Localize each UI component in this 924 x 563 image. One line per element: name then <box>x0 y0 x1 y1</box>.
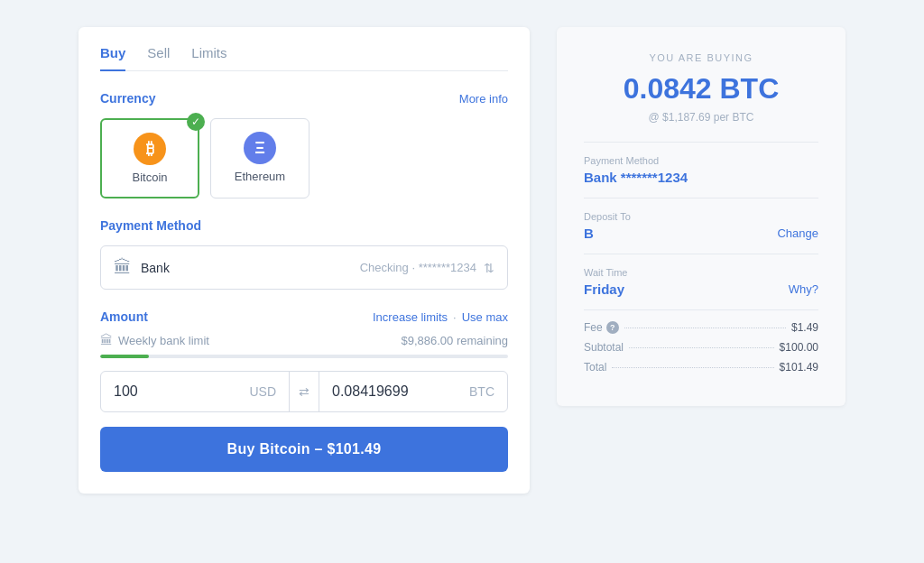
amount-links: Increase limits · Use max <box>373 310 508 324</box>
summary-rate: @ $1,187.69 per BTC <box>584 111 818 124</box>
usd-input[interactable] <box>114 383 186 400</box>
eth-icon: Ξ <box>244 132 276 164</box>
buy-button[interactable]: Buy Bitcoin – $101.49 <box>100 427 508 472</box>
progress-fill <box>100 355 149 358</box>
payment-method-label: Payment Method <box>584 155 818 166</box>
payment-right: Checking · *******1234 ⇅ <box>360 261 494 275</box>
total-amount: $101.49 <box>780 361 818 374</box>
bank-label: Bank <box>141 261 170 275</box>
total-label: Total <box>584 361 606 374</box>
increase-limits-link[interactable]: Increase limits <box>373 310 448 324</box>
swap-icon[interactable]: ⇄ <box>289 372 319 411</box>
btc-input[interactable] <box>332 383 431 400</box>
right-panel: YOU ARE BUYING 0.0842 BTC @ $1,187.69 pe… <box>557 27 845 406</box>
btc-input-wrapper: BTC <box>319 373 507 411</box>
checking-text: Checking · *******1234 <box>360 261 476 274</box>
bank-icon: 🏛 <box>114 257 132 278</box>
fee-amount: $1.49 <box>791 321 818 334</box>
tab-buy[interactable]: Buy <box>100 45 125 71</box>
subtotal-amount: $100.00 <box>780 341 818 354</box>
payment-section-header: Payment Method <box>100 218 508 233</box>
wait-time-row: Wait Time Friday Why? <box>584 267 818 297</box>
currency-title: Currency <box>100 91 155 106</box>
limit-row: 🏛 Weekly bank limit $9,886.00 remaining <box>100 333 508 347</box>
summary-divider-2 <box>584 198 818 198</box>
change-link[interactable]: Change <box>777 226 818 240</box>
payment-left: 🏛 Bank <box>114 257 170 278</box>
outer-container: Buy Sell Limits Currency More info ✓ ₿ B… <box>0 0 924 563</box>
left-panel: Buy Sell Limits Currency More info ✓ ₿ B… <box>79 27 530 494</box>
btc-name: Bitcoin <box>132 171 167 184</box>
deposit-to-label: Deposit To <box>584 211 818 222</box>
fee-section: Fee ? $1.49 Subtotal $100.00 Total $101.… <box>584 309 818 374</box>
fee-row: Fee ? $1.49 <box>584 321 818 334</box>
currency-cards: ✓ ₿ Bitcoin Ξ Ethereum <box>100 118 508 198</box>
btc-icon: ₿ <box>134 133 166 165</box>
deposit-to-row: Deposit To B Change <box>584 211 818 241</box>
payment-select[interactable]: 🏛 Bank Checking · *******1234 ⇅ <box>100 245 508 290</box>
usd-input-wrapper: USD <box>101 373 289 411</box>
fee-label-wrapper: Fee ? <box>584 321 619 334</box>
dot-separator: · <box>453 310 457 324</box>
limit-bank-icon: 🏛 <box>100 333 113 347</box>
you-buying-label: YOU ARE BUYING <box>584 52 818 63</box>
progress-bar <box>100 355 508 358</box>
wait-time-text: Friday <box>584 282 624 297</box>
subtotal-label: Subtotal <box>584 341 624 354</box>
tab-sell[interactable]: Sell <box>147 45 170 71</box>
payment-title: Payment Method <box>100 218 201 233</box>
amount-header: Amount Increase limits · Use max <box>100 309 508 324</box>
limit-remaining: $9,886.00 remaining <box>401 334 508 347</box>
fee-dots-3 <box>612 367 773 368</box>
payment-method-row: Payment Method Bank *******1234 <box>584 155 818 185</box>
limit-label: Weekly bank limit <box>118 334 209 347</box>
wait-time-label: Wait Time <box>584 267 818 278</box>
amount-inputs: USD ⇄ BTC <box>100 371 508 412</box>
amount-title: Amount <box>100 309 148 324</box>
fee-label: Fee <box>584 321 603 334</box>
btc-label: BTC <box>469 384 494 399</box>
use-max-link[interactable]: Use max <box>462 310 508 324</box>
more-info-link[interactable]: More info <box>459 92 508 106</box>
summary-divider-1 <box>584 142 818 143</box>
fee-dots-1 <box>624 328 786 328</box>
tabs: Buy Sell Limits <box>100 45 508 71</box>
selected-checkmark: ✓ <box>187 113 205 131</box>
subtotal-row: Subtotal $100.00 <box>584 341 818 354</box>
summary-amount: 0.0842 BTC <box>584 72 818 106</box>
payment-method-value: Bank *******1234 <box>584 170 818 185</box>
usd-label: USD <box>249 384 276 399</box>
currency-section-header: Currency More info <box>100 91 508 106</box>
deposit-to-value: B Change <box>584 226 818 241</box>
fee-info-icon[interactable]: ? <box>606 321 619 334</box>
total-row: Total $101.49 <box>584 361 818 374</box>
amount-section: Amount Increase limits · Use max 🏛 Weekl… <box>100 309 508 412</box>
limit-left: 🏛 Weekly bank limit <box>100 333 209 347</box>
deposit-to-text: B <box>584 226 594 241</box>
chevron-up-down-icon: ⇅ <box>484 261 494 275</box>
tab-limits[interactable]: Limits <box>191 45 226 71</box>
fee-dots-2 <box>629 347 774 348</box>
why-link[interactable]: Why? <box>789 282 818 296</box>
summary-divider-3 <box>584 254 818 254</box>
eth-name: Ethereum <box>235 170 285 183</box>
currency-card-btc[interactable]: ✓ ₿ Bitcoin <box>100 118 199 198</box>
currency-card-eth[interactable]: Ξ Ethereum <box>210 118 310 198</box>
wait-time-value: Friday Why? <box>584 282 818 297</box>
